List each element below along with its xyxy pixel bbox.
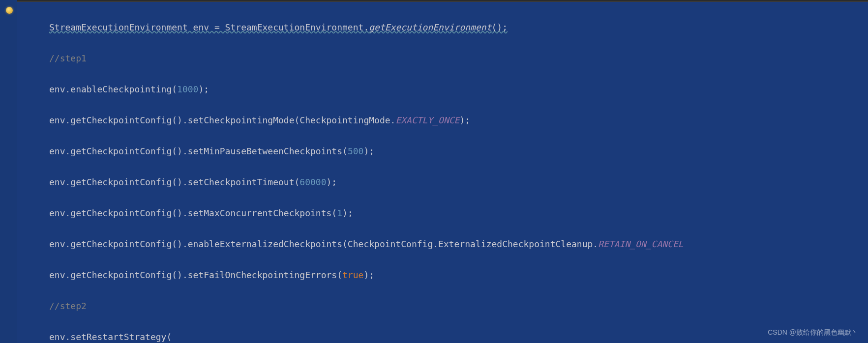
code-editor[interactable]: StreamExecutionEnvironment env = StreamE… <box>49 4 868 343</box>
code-line[interactable]: env.getCheckpointConfig().setMaxConcurre… <box>49 205 868 221</box>
code-line[interactable]: env.enableCheckpointing(1000); <box>49 82 868 97</box>
lightbulb-icon[interactable] <box>6 7 13 14</box>
code-line[interactable]: env.getCheckpointConfig().setMinPauseBet… <box>49 143 868 159</box>
editor-top-border <box>0 0 868 2</box>
watermark-text: CSDN @败给你的黑色幽默丶 <box>768 326 858 339</box>
code-line[interactable]: env.getCheckpointConfig().enableExternal… <box>49 236 868 252</box>
editor-gutter <box>0 0 17 343</box>
code-line[interactable]: env.getCheckpointConfig().setCheckpointT… <box>49 174 868 190</box>
code-line[interactable]: //step2 <box>49 298 868 314</box>
code-line[interactable]: StreamExecutionEnvironment env = StreamE… <box>49 20 868 35</box>
code-line[interactable]: env.setRestartStrategy( <box>49 329 868 343</box>
code-line[interactable]: env.getCheckpointConfig().setCheckpointi… <box>49 113 868 128</box>
code-line[interactable]: env.getCheckpointConfig().setFailOnCheck… <box>49 267 868 283</box>
code-line[interactable]: //step1 <box>49 51 868 66</box>
